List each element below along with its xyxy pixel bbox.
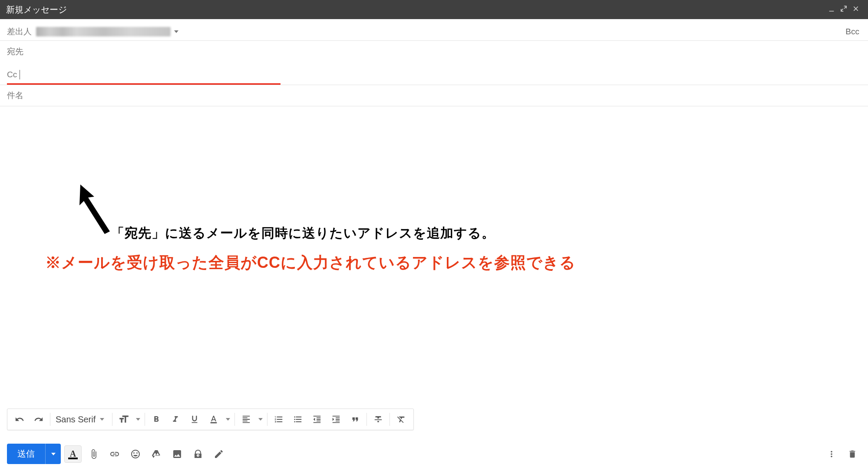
font-family-label: Sans Serif (56, 415, 96, 425)
attach-file-button[interactable] (85, 445, 102, 463)
separator (267, 413, 267, 426)
minimize-icon[interactable] (825, 5, 838, 15)
svg-rect-0 (829, 11, 834, 11)
align-dropdown[interactable] (256, 411, 265, 428)
to-label: 宛先 (7, 46, 23, 57)
text-color-dropdown[interactable] (223, 411, 233, 428)
image-icon (172, 449, 182, 459)
separator (366, 413, 367, 426)
chevron-down-icon (136, 418, 140, 421)
from-row: 差出人 Bcc (0, 19, 868, 41)
font-size-dropdown[interactable] (133, 411, 143, 428)
numbered-list-button[interactable] (269, 411, 288, 428)
compose-body[interactable]: 「宛先」に送るメールを同時に送りたいアドレスを追加する。 ※メールを受け取った全… (0, 106, 868, 406)
window-titlebar: 新規メッセージ (0, 0, 868, 19)
chevron-down-icon (258, 418, 263, 421)
annotation-text-1: 「宛先」に送るメールを同時に送りたいアドレスを追加する。 (111, 224, 495, 242)
bold-button[interactable] (147, 411, 166, 428)
text-color-button[interactable] (204, 411, 223, 428)
cc-label: Cc (7, 70, 17, 79)
redo-button[interactable] (29, 411, 48, 428)
chevron-down-icon (51, 453, 56, 455)
to-row[interactable]: 宛先 (0, 41, 868, 63)
paperclip-icon (89, 449, 99, 459)
emoji-icon (130, 449, 141, 459)
send-options-dropdown[interactable] (45, 444, 61, 464)
underline-button[interactable] (185, 411, 204, 428)
send-button[interactable]: 送信 (7, 444, 45, 464)
svg-marker-1 (79, 184, 110, 234)
font-size-button[interactable] (114, 411, 133, 428)
remove-formatting-button[interactable] (392, 411, 411, 428)
pen-icon (214, 449, 224, 459)
text-cursor (20, 70, 20, 79)
link-icon (109, 449, 120, 459)
insert-signature-button[interactable] (210, 445, 228, 463)
close-icon[interactable] (850, 5, 862, 15)
confidential-mode-button[interactable] (189, 445, 207, 463)
more-vertical-icon (827, 449, 836, 459)
chevron-down-icon (100, 418, 104, 421)
window-title: 新規メッセージ (6, 4, 825, 16)
separator (145, 413, 145, 426)
from-address-blurred (36, 27, 171, 36)
send-button-group: 送信 (7, 444, 61, 464)
restore-icon[interactable] (838, 5, 850, 15)
indent-increase-button[interactable] (327, 411, 346, 428)
insert-emoji-button[interactable] (127, 445, 144, 463)
strikethrough-button[interactable] (369, 411, 388, 428)
from-address-dropdown[interactable] (36, 27, 178, 36)
separator (389, 413, 390, 426)
trash-icon (848, 449, 857, 459)
chevron-down-icon (226, 418, 230, 421)
insert-drive-button[interactable] (148, 445, 165, 463)
more-options-button[interactable] (823, 445, 840, 463)
bcc-link[interactable]: Bcc (845, 27, 859, 36)
lock-clock-icon (193, 449, 203, 459)
compose-action-bar: 送信 A (0, 437, 868, 471)
header-fields: 差出人 Bcc 宛先 Cc 件名 (0, 19, 868, 106)
text-formatting-toggle[interactable]: A (64, 445, 82, 463)
subject-row[interactable]: 件名 (0, 85, 868, 106)
cc-row[interactable]: Cc (0, 63, 868, 84)
formatting-toolbar: Sans Serif (7, 408, 414, 430)
indent-decrease-button[interactable] (307, 411, 327, 428)
insert-link-button[interactable] (106, 445, 123, 463)
drive-icon (151, 449, 162, 459)
align-button[interactable] (237, 411, 256, 428)
separator (234, 413, 235, 426)
separator (50, 413, 50, 426)
from-label: 差出人 (7, 26, 32, 37)
font-family-dropdown[interactable]: Sans Serif (52, 415, 110, 425)
italic-button[interactable] (166, 411, 185, 428)
svg-rect-2 (211, 422, 217, 423)
quote-button[interactable] (346, 411, 365, 428)
discard-draft-button[interactable] (844, 445, 861, 463)
separator (112, 413, 112, 426)
annotation-text-2: ※メールを受け取った全員がCCに入力されているアドレスを参照できる (45, 252, 576, 273)
undo-button[interactable] (10, 411, 29, 428)
text-format-icon: A (67, 449, 79, 459)
bulleted-list-button[interactable] (288, 411, 307, 428)
insert-photo-button[interactable] (168, 445, 186, 463)
chevron-down-icon (174, 30, 178, 33)
subject-label: 件名 (7, 90, 23, 101)
